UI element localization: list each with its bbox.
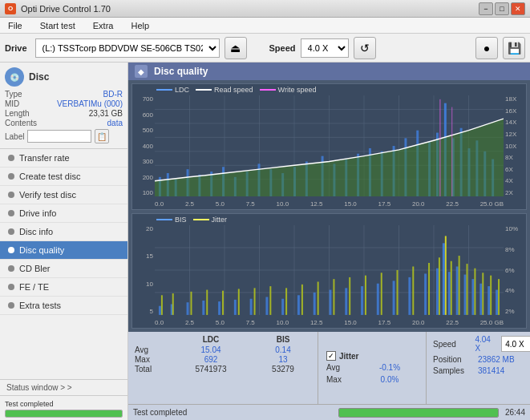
svg-rect-71 bbox=[297, 295, 300, 315]
svg-rect-111 bbox=[467, 264, 468, 315]
position-val: 23862 MB bbox=[478, 355, 515, 364]
chart1-svg bbox=[155, 95, 504, 196]
sidebar-label-cd-bler: CD Bler bbox=[19, 264, 51, 273]
jitter-avg-label: Avg bbox=[326, 363, 358, 372]
sidebar-item-cd-bler[interactable]: CD Bler bbox=[0, 260, 127, 278]
svg-rect-66 bbox=[218, 301, 220, 315]
svg-rect-72 bbox=[314, 293, 316, 315]
legend-bis-color bbox=[156, 219, 172, 220]
drive-select[interactable]: (L:) TSSTcorp BDDVDW SE-506CB TS02 bbox=[35, 38, 220, 58]
eject-button[interactable]: ⏏ bbox=[225, 37, 247, 59]
svg-rect-68 bbox=[250, 299, 253, 315]
disc-type-label: Type bbox=[5, 90, 22, 99]
burn-button[interactable]: ● bbox=[475, 37, 498, 59]
legend-write-color bbox=[260, 89, 276, 91]
svg-rect-108 bbox=[445, 236, 447, 315]
svg-rect-69 bbox=[265, 297, 268, 315]
bottom-progress-fill bbox=[339, 409, 498, 417]
disc-mid-value: VERBATIMu (000) bbox=[57, 99, 123, 108]
sidebar-label-fe-te: FE / TE bbox=[19, 282, 49, 292]
sidebar-menu: Transfer rate Create test disc Verify te… bbox=[0, 149, 127, 379]
sidebar-item-transfer-rate[interactable]: Transfer rate bbox=[0, 149, 127, 168]
menu-help[interactable]: Help bbox=[126, 19, 154, 32]
legend-jitter-color bbox=[193, 219, 209, 220]
svg-rect-83 bbox=[456, 267, 459, 315]
speed-select[interactable]: 4.0 X bbox=[301, 38, 349, 58]
content-header: ◆ Disc quality bbox=[128, 63, 530, 80]
sidebar-item-fe-te[interactable]: FE / TE bbox=[0, 278, 127, 297]
svg-rect-74 bbox=[345, 288, 347, 315]
chart1-legend: LDC Read speed Write speed bbox=[156, 86, 316, 94]
jitter-max-label: Max bbox=[326, 375, 358, 384]
stats-row: LDC BIS Avg 15.04 0.14 Max 692 13 Total … bbox=[128, 332, 530, 404]
sidebar-label-create-test-disc: Create test disc bbox=[19, 172, 80, 181]
status-window-button[interactable]: Status window > > bbox=[0, 379, 127, 395]
sidebar-item-extra-tests[interactable]: Extra tests bbox=[0, 297, 127, 315]
svg-rect-100 bbox=[333, 279, 334, 315]
disc-contents-label: Contents bbox=[5, 119, 37, 127]
svg-rect-93 bbox=[222, 291, 224, 315]
sidebar-dot bbox=[8, 155, 14, 161]
chart2-y-axis-left: 20 15 10 5 bbox=[132, 225, 155, 315]
svg-rect-64 bbox=[187, 302, 189, 315]
svg-rect-105 bbox=[412, 267, 414, 315]
svg-rect-104 bbox=[397, 270, 399, 315]
jitter-label: Jitter bbox=[339, 352, 358, 361]
menu-start-test[interactable]: Start test bbox=[35, 19, 80, 32]
disc-mid-label: MID bbox=[5, 99, 19, 108]
disc-label-button[interactable]: 📋 bbox=[95, 129, 109, 143]
speed-val: 4.04 X bbox=[475, 335, 496, 353]
chart2-y-axis-right: 10% 8% 6% 4% 2% bbox=[504, 225, 526, 315]
sidebar-label-extra-tests: Extra tests bbox=[19, 301, 61, 310]
app-bottom-status: Test completed 26:44 bbox=[128, 404, 530, 420]
menu-file[interactable]: File bbox=[3, 19, 27, 32]
disc-length-value: 23,31 GB bbox=[89, 109, 123, 118]
svg-rect-70 bbox=[281, 299, 284, 315]
legend-ldc: LDC bbox=[156, 86, 189, 94]
total-bis: 53279 bbox=[255, 365, 311, 374]
legend-read-color bbox=[196, 89, 212, 91]
bottom-time: 26:44 bbox=[505, 408, 525, 417]
row-avg-label: Avg bbox=[135, 345, 167, 354]
sidebar-item-create-test-disc[interactable]: Create test disc bbox=[0, 168, 127, 186]
disc-contents-value: data bbox=[107, 119, 123, 127]
sidebar-item-disc-info[interactable]: Disc info bbox=[0, 223, 127, 241]
jitter-checkbox[interactable]: ✓ bbox=[326, 351, 336, 361]
menu-extra[interactable]: Extra bbox=[88, 19, 119, 32]
avg-bis: 0.14 bbox=[255, 345, 311, 354]
speed-section: Speed 4.04 X 4.0 X Position 23862 MB Sam… bbox=[426, 332, 530, 404]
svg-rect-86 bbox=[479, 284, 482, 315]
svg-rect-75 bbox=[361, 286, 363, 315]
legend-read-speed: Read speed bbox=[196, 86, 253, 94]
content-title: Disc quality bbox=[154, 66, 208, 77]
svg-rect-101 bbox=[349, 277, 350, 315]
svg-rect-115 bbox=[498, 279, 500, 315]
avg-ldc: 15.04 bbox=[183, 345, 239, 354]
sidebar-item-drive-info[interactable]: Drive info bbox=[0, 204, 127, 223]
svg-rect-77 bbox=[393, 281, 395, 315]
disc-label-input[interactable] bbox=[27, 130, 91, 143]
window-title: Opti Drive Control 1.70 bbox=[21, 4, 111, 14]
row-max-label: Max bbox=[135, 355, 167, 364]
close-button[interactable]: ✕ bbox=[511, 2, 525, 15]
sidebar-item-disc-quality[interactable]: Disc quality bbox=[0, 241, 127, 260]
save-button[interactable]: 💾 bbox=[503, 37, 525, 59]
sidebar-dot bbox=[8, 173, 14, 180]
refresh-button[interactable]: ↺ bbox=[354, 37, 376, 59]
svg-rect-62 bbox=[159, 306, 161, 315]
legend-write-label: Write speed bbox=[278, 86, 317, 94]
svg-rect-95 bbox=[254, 288, 256, 315]
col-bis: BIS bbox=[255, 335, 311, 344]
minimize-button[interactable]: − bbox=[479, 2, 493, 15]
chart2-svg bbox=[155, 225, 504, 315]
legend-bis-label: BIS bbox=[175, 216, 187, 224]
chart1-y-axis-right: 18X 16X 14X 12X 10X 8X 6X 4X 2X bbox=[504, 95, 526, 196]
speed-select-stats[interactable]: 4.0 X bbox=[501, 336, 530, 352]
maximize-button[interactable]: □ bbox=[495, 2, 509, 15]
sidebar-item-verify-test-disc[interactable]: Verify test disc bbox=[0, 186, 127, 204]
disc-label-key: Label bbox=[5, 132, 24, 141]
svg-rect-87 bbox=[488, 286, 490, 315]
progress-area: Test completed bbox=[0, 395, 127, 420]
max-ldc: 692 bbox=[183, 355, 239, 364]
content-area: ◆ Disc quality LDC Read speed bbox=[128, 63, 530, 420]
